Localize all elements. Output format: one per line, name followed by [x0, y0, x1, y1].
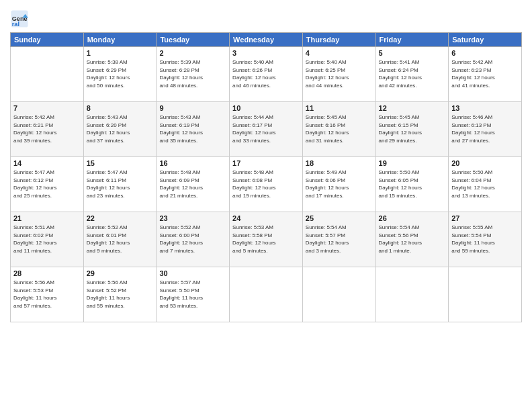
- day-info: Sunrise: 5:57 AM Sunset: 5:50 PM Dayligh…: [159, 279, 226, 310]
- day-number: 19: [379, 159, 446, 167]
- svg-text:ral: ral: [12, 21, 19, 28]
- calendar-cell: 21Sunrise: 5:51 AM Sunset: 6:02 PM Dayli…: [11, 212, 84, 267]
- day-number: 27: [451, 214, 519, 222]
- calendar-table: SundayMondayTuesdayWednesdayThursdayFrid…: [10, 32, 522, 322]
- day-info: Sunrise: 5:51 AM Sunset: 6:02 PM Dayligh…: [13, 224, 81, 255]
- day-info: Sunrise: 5:48 AM Sunset: 6:08 PM Dayligh…: [232, 169, 300, 199]
- day-number: 10: [232, 104, 300, 112]
- calendar-cell: 14Sunrise: 5:47 AM Sunset: 6:12 PM Dayli…: [11, 157, 84, 212]
- calendar-cell: [449, 267, 522, 322]
- day-info: Sunrise: 5:54 AM Sunset: 5:57 PM Dayligh…: [306, 224, 373, 255]
- calendar-cell: 6Sunrise: 5:42 AM Sunset: 6:23 PM Daylig…: [449, 47, 522, 102]
- calendar-cell: 20Sunrise: 5:50 AM Sunset: 6:04 PM Dayli…: [449, 157, 522, 212]
- calendar-cell: 17Sunrise: 5:48 AM Sunset: 6:08 PM Dayli…: [230, 157, 303, 212]
- calendar-cell: [11, 47, 84, 102]
- day-info: Sunrise: 5:55 AM Sunset: 5:54 PM Dayligh…: [451, 224, 519, 255]
- day-info: Sunrise: 5:52 AM Sunset: 6:01 PM Dayligh…: [87, 224, 154, 255]
- calendar-cell: 2Sunrise: 5:39 AM Sunset: 6:28 PM Daylig…: [157, 47, 230, 102]
- day-info: Sunrise: 5:56 AM Sunset: 5:52 PM Dayligh…: [87, 279, 154, 310]
- day-number: 25: [306, 214, 373, 222]
- day-info: Sunrise: 5:50 AM Sunset: 6:04 PM Dayligh…: [451, 169, 519, 199]
- calendar-cell: 27Sunrise: 5:55 AM Sunset: 5:54 PM Dayli…: [449, 212, 522, 267]
- day-number: 3: [232, 49, 300, 57]
- calendar-cell: 22Sunrise: 5:52 AM Sunset: 6:01 PM Dayli…: [83, 212, 157, 267]
- weekday-header-wednesday: Wednesday: [230, 33, 303, 47]
- day-number: 15: [87, 159, 154, 167]
- calendar-cell: [302, 267, 375, 322]
- calendar-cell: 11Sunrise: 5:45 AM Sunset: 6:16 PM Dayli…: [302, 102, 375, 157]
- calendar-cell: 1Sunrise: 5:38 AM Sunset: 6:29 PM Daylig…: [83, 47, 157, 102]
- day-info: Sunrise: 5:54 AM Sunset: 5:56 PM Dayligh…: [379, 224, 446, 255]
- weekday-header-tuesday: Tuesday: [157, 33, 230, 47]
- calendar-cell: 29Sunrise: 5:56 AM Sunset: 5:52 PM Dayli…: [83, 267, 157, 322]
- day-number: 24: [232, 214, 300, 222]
- day-info: Sunrise: 5:42 AM Sunset: 6:23 PM Dayligh…: [451, 58, 519, 89]
- day-number: 20: [451, 159, 519, 167]
- calendar-cell: 26Sunrise: 5:54 AM Sunset: 5:56 PM Dayli…: [375, 212, 449, 267]
- day-number: 14: [13, 159, 81, 167]
- calendar-cell: 4Sunrise: 5:40 AM Sunset: 6:25 PM Daylig…: [302, 47, 375, 102]
- weekday-header-thursday: Thursday: [302, 33, 375, 47]
- day-info: Sunrise: 5:43 AM Sunset: 6:20 PM Dayligh…: [87, 113, 154, 144]
- calendar-cell: 23Sunrise: 5:52 AM Sunset: 6:00 PM Dayli…: [157, 212, 230, 267]
- day-info: Sunrise: 5:40 AM Sunset: 6:25 PM Dayligh…: [306, 58, 373, 89]
- day-info: Sunrise: 5:44 AM Sunset: 6:17 PM Dayligh…: [232, 113, 300, 144]
- calendar-cell: 3Sunrise: 5:40 AM Sunset: 6:26 PM Daylig…: [230, 47, 303, 102]
- day-info: Sunrise: 5:47 AM Sunset: 6:12 PM Dayligh…: [13, 169, 81, 199]
- logo: Gene ral: [10, 9, 32, 28]
- day-number: 1: [87, 49, 154, 57]
- calendar-cell: 5Sunrise: 5:41 AM Sunset: 6:24 PM Daylig…: [375, 47, 449, 102]
- day-number: 7: [13, 104, 81, 112]
- day-info: Sunrise: 5:38 AM Sunset: 6:29 PM Dayligh…: [87, 58, 154, 89]
- calendar-cell: 9Sunrise: 5:43 AM Sunset: 6:19 PM Daylig…: [157, 102, 230, 157]
- weekday-header-monday: Monday: [83, 33, 157, 47]
- calendar-cell: 18Sunrise: 5:49 AM Sunset: 6:06 PM Dayli…: [302, 157, 375, 212]
- calendar-cell: [375, 267, 449, 322]
- day-number: 23: [159, 214, 226, 222]
- day-number: 11: [306, 104, 373, 112]
- day-number: 12: [379, 104, 446, 112]
- day-number: 29: [87, 269, 154, 277]
- calendar-cell: 30Sunrise: 5:57 AM Sunset: 5:50 PM Dayli…: [157, 267, 230, 322]
- day-info: Sunrise: 5:56 AM Sunset: 5:53 PM Dayligh…: [13, 279, 81, 310]
- day-info: Sunrise: 5:39 AM Sunset: 6:28 PM Dayligh…: [159, 58, 226, 89]
- day-number: 13: [451, 104, 519, 112]
- weekday-header-sunday: Sunday: [11, 33, 84, 47]
- day-info: Sunrise: 5:45 AM Sunset: 6:15 PM Dayligh…: [379, 113, 446, 144]
- day-info: Sunrise: 5:45 AM Sunset: 6:16 PM Dayligh…: [306, 113, 373, 144]
- day-number: 4: [306, 49, 373, 57]
- calendar-cell: [230, 267, 303, 322]
- day-info: Sunrise: 5:43 AM Sunset: 6:19 PM Dayligh…: [159, 113, 226, 144]
- day-info: Sunrise: 5:49 AM Sunset: 6:06 PM Dayligh…: [306, 169, 373, 199]
- day-info: Sunrise: 5:42 AM Sunset: 6:21 PM Dayligh…: [13, 113, 81, 144]
- calendar-cell: 10Sunrise: 5:44 AM Sunset: 6:17 PM Dayli…: [230, 102, 303, 157]
- day-info: Sunrise: 5:52 AM Sunset: 6:00 PM Dayligh…: [159, 224, 226, 255]
- day-info: Sunrise: 5:41 AM Sunset: 6:24 PM Dayligh…: [379, 58, 446, 89]
- day-number: 5: [379, 49, 446, 57]
- calendar-cell: 19Sunrise: 5:50 AM Sunset: 6:05 PM Dayli…: [375, 157, 449, 212]
- day-number: 16: [159, 159, 226, 167]
- day-info: Sunrise: 5:40 AM Sunset: 6:26 PM Dayligh…: [232, 58, 300, 89]
- day-number: 2: [159, 49, 226, 57]
- calendar-cell: 7Sunrise: 5:42 AM Sunset: 6:21 PM Daylig…: [11, 102, 84, 157]
- day-number: 28: [13, 269, 81, 277]
- weekday-header-friday: Friday: [375, 33, 449, 47]
- calendar-cell: 24Sunrise: 5:53 AM Sunset: 5:58 PM Dayli…: [230, 212, 303, 267]
- day-number: 22: [87, 214, 154, 222]
- calendar-cell: 25Sunrise: 5:54 AM Sunset: 5:57 PM Dayli…: [302, 212, 375, 267]
- day-number: 6: [451, 49, 519, 57]
- day-number: 26: [379, 214, 446, 222]
- day-number: 30: [159, 269, 226, 277]
- calendar-cell: 28Sunrise: 5:56 AM Sunset: 5:53 PM Dayli…: [11, 267, 84, 322]
- day-number: 9: [159, 104, 226, 112]
- day-info: Sunrise: 5:50 AM Sunset: 6:05 PM Dayligh…: [379, 169, 446, 199]
- day-number: 21: [13, 214, 81, 222]
- calendar-cell: 16Sunrise: 5:48 AM Sunset: 6:09 PM Dayli…: [157, 157, 230, 212]
- day-number: 8: [87, 104, 154, 112]
- calendar-cell: 13Sunrise: 5:46 AM Sunset: 6:13 PM Dayli…: [449, 102, 522, 157]
- day-info: Sunrise: 5:47 AM Sunset: 6:11 PM Dayligh…: [87, 169, 154, 199]
- day-info: Sunrise: 5:46 AM Sunset: 6:13 PM Dayligh…: [451, 113, 519, 144]
- day-number: 17: [232, 159, 300, 167]
- calendar-cell: 8Sunrise: 5:43 AM Sunset: 6:20 PM Daylig…: [83, 102, 157, 157]
- calendar-cell: 15Sunrise: 5:47 AM Sunset: 6:11 PM Dayli…: [83, 157, 157, 212]
